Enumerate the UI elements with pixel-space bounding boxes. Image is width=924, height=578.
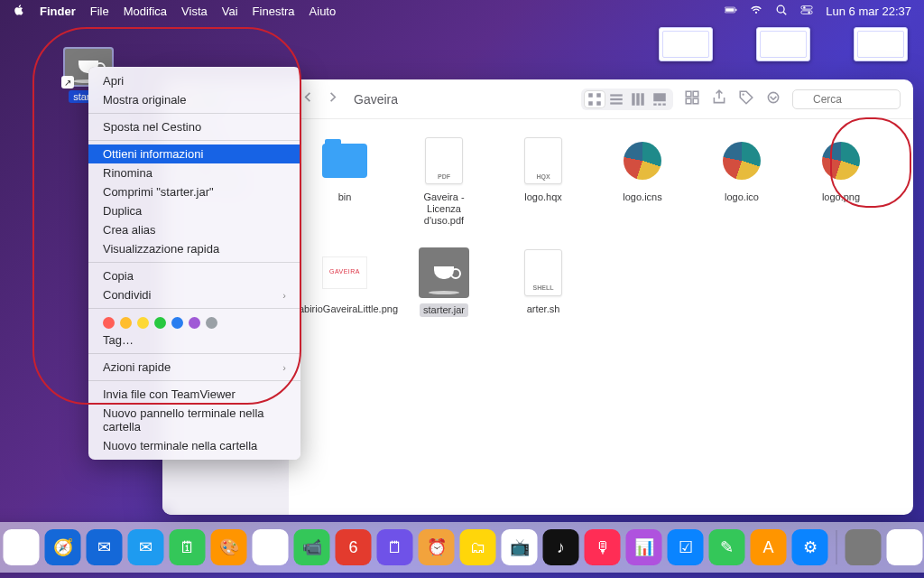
- space-thumb[interactable]: [756, 27, 810, 61]
- file-label: logo.ico: [725, 191, 759, 203]
- tags-button[interactable]: [738, 89, 754, 109]
- menu-separator: [88, 353, 300, 354]
- svg-rect-18: [641, 93, 643, 106]
- control-center-icon[interactable]: [800, 4, 813, 19]
- dock-app[interactable]: ✉︎: [87, 529, 123, 565]
- context-menu-item[interactable]: Nuovo pannello terminale nella cartella: [88, 404, 300, 436]
- dock-app[interactable]: 🎨: [211, 529, 247, 565]
- menubar-clock[interactable]: Lun 6 mar 22:37: [826, 5, 911, 18]
- menu-view[interactable]: Vista: [181, 5, 208, 18]
- nav-forward-button[interactable]: [326, 90, 339, 107]
- dock-app[interactable]: 🖼: [253, 529, 289, 565]
- menu-window[interactable]: Finestra: [253, 5, 295, 18]
- file-item[interactable]: logo.png: [803, 135, 879, 228]
- group-by-button[interactable]: [684, 89, 700, 109]
- context-menu-item[interactable]: Comprimi "starter.jar": [88, 182, 300, 201]
- tag-color-swatch[interactable]: [154, 317, 166, 329]
- dock-app[interactable]: 📺: [502, 529, 538, 565]
- dock-app[interactable]: ✎: [709, 529, 745, 565]
- svg-rect-26: [693, 98, 698, 104]
- context-menu-item[interactable]: Sposta nel Cestino: [88, 117, 300, 136]
- file-item[interactable]: GAVEIRANabirioGaveiraLittle.png: [307, 247, 383, 317]
- context-menu-item[interactable]: Ottieni informazioni: [88, 144, 300, 163]
- dock-app[interactable]: 📹: [294, 529, 330, 565]
- svg-rect-14: [610, 98, 623, 99]
- file-item[interactable]: logo.icns: [605, 135, 680, 228]
- svg-rect-9: [588, 93, 593, 98]
- dock-app[interactable]: 🗒: [377, 529, 413, 565]
- context-menu-item[interactable]: Apri: [88, 71, 300, 90]
- svg-point-27: [743, 93, 744, 95]
- menu-edit[interactable]: Modifica: [124, 5, 167, 18]
- view-columns-button[interactable]: [628, 91, 648, 107]
- dock-app[interactable]: 🎙: [585, 529, 621, 565]
- chevron-right-icon: ›: [282, 362, 286, 373]
- menu-help[interactable]: Aiuto: [310, 5, 337, 18]
- file-item[interactable]: PDFGaveira - Licenza d'uso.pdf: [406, 135, 482, 228]
- apple-icon[interactable]: [13, 4, 25, 19]
- dock-app[interactable]: ✉︎: [128, 529, 164, 565]
- file-item[interactable]: logo.ico: [704, 135, 780, 228]
- file-item[interactable]: starter.jar: [406, 247, 482, 317]
- context-menu-item[interactable]: Condividi›: [88, 285, 300, 304]
- menu-file[interactable]: File: [90, 5, 109, 18]
- context-menu-item[interactable]: Visualizzazione rapida: [88, 239, 300, 258]
- tag-color-swatch[interactable]: [120, 317, 132, 329]
- tag-color-swatch[interactable]: [171, 317, 183, 329]
- dock-app[interactable]: 🗂: [460, 529, 496, 565]
- dock-app[interactable]: ♪: [543, 529, 579, 565]
- svg-rect-21: [658, 103, 661, 105]
- dock-app[interactable]: [845, 529, 882, 565]
- context-menu-item[interactable]: Mostra originale: [88, 90, 300, 109]
- tag-color-swatch[interactable]: [137, 317, 149, 329]
- context-menu-item[interactable]: Rinomina: [88, 163, 300, 182]
- view-icons-button[interactable]: [585, 91, 605, 107]
- file-item[interactable]: SHELLarter.sh: [505, 247, 581, 317]
- wifi-icon[interactable]: [750, 4, 762, 19]
- image-icon: [816, 135, 866, 186]
- file-item[interactable]: HQXlogo.hqx: [505, 135, 581, 228]
- view-list-button[interactable]: [606, 91, 626, 107]
- action-button[interactable]: [765, 89, 781, 109]
- dock-app[interactable]: 🗓: [170, 529, 206, 565]
- dock-app[interactable]: 🧭: [45, 529, 81, 565]
- dock-app[interactable]: A: [751, 529, 787, 565]
- image-icon: [716, 135, 767, 186]
- tag-color-swatch[interactable]: [206, 317, 217, 329]
- context-menu-item[interactable]: Azioni rapide›: [88, 358, 300, 377]
- space-thumb[interactable]: [659, 27, 713, 61]
- tag-color-swatch[interactable]: [189, 317, 200, 329]
- svg-point-28: [768, 92, 778, 102]
- share-button[interactable]: [711, 89, 727, 109]
- context-menu-item[interactable]: Invia file con TeamViewer: [88, 385, 300, 404]
- menu-separator: [88, 140, 300, 141]
- dock-app[interactable]: ▦: [4, 529, 40, 565]
- dock-app[interactable]: ☑︎: [668, 529, 704, 565]
- svg-rect-1: [725, 8, 734, 12]
- dock-app[interactable]: ⚙︎: [792, 529, 828, 565]
- file-item[interactable]: bin: [307, 135, 383, 228]
- dock-app[interactable]: [887, 529, 923, 565]
- battery-icon[interactable]: [725, 4, 737, 19]
- context-menu: ApriMostra originaleSposta nel CestinoOt…: [88, 67, 300, 460]
- svg-rect-13: [610, 94, 623, 96]
- menu-app-name[interactable]: Finder: [40, 5, 76, 18]
- svg-rect-6: [801, 10, 812, 14]
- context-menu-item[interactable]: Tag…: [88, 331, 300, 350]
- search-input[interactable]: [792, 89, 901, 109]
- view-gallery-button[interactable]: [650, 91, 670, 107]
- context-menu-item[interactable]: Crea alias: [88, 220, 300, 239]
- space-thumb[interactable]: [854, 27, 908, 61]
- svg-rect-25: [686, 98, 691, 104]
- context-menu-item[interactable]: Duplica: [88, 201, 300, 220]
- dock-app[interactable]: 📊: [626, 529, 662, 565]
- dock-app[interactable]: 6: [336, 529, 372, 565]
- spotlight-icon[interactable]: [775, 4, 788, 19]
- nav-back-button[interactable]: [301, 90, 315, 107]
- menu-go[interactable]: Vai: [222, 5, 238, 18]
- dock-app[interactable]: ⏰: [419, 529, 455, 565]
- tag-color-swatch[interactable]: [103, 317, 115, 329]
- context-menu-item[interactable]: Copia: [88, 266, 300, 285]
- context-menu-item[interactable]: Nuovo terminale nella cartella: [88, 436, 300, 455]
- svg-rect-15: [610, 102, 623, 104]
